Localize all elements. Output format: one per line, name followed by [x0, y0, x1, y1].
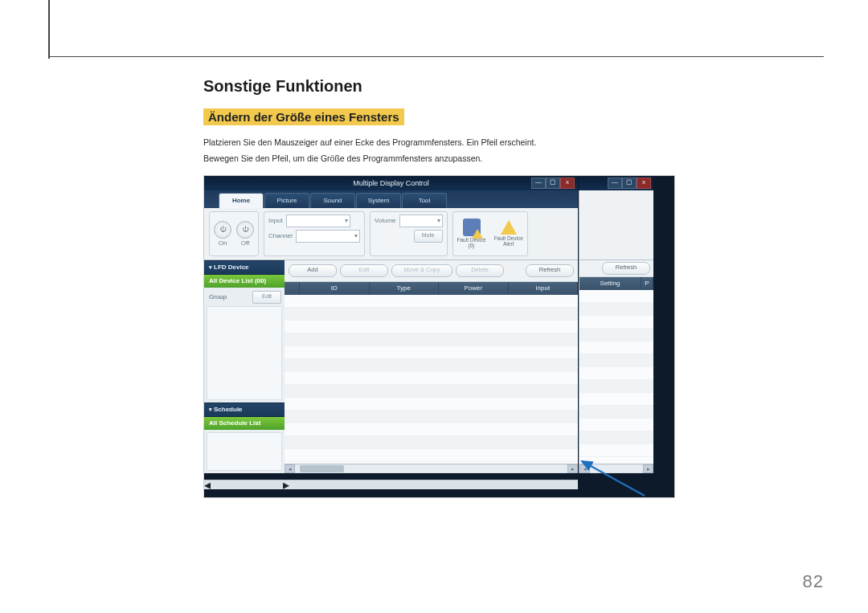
table-row [579, 393, 653, 406]
table-row [579, 341, 653, 354]
scroll-left-arrow-icon[interactable]: ◂ [285, 464, 295, 473]
volume-group: Volume Mute [370, 211, 448, 256]
title-bar: Multiple Display Control — ▢ x [204, 176, 578, 190]
scroll-thumb[interactable] [300, 465, 344, 472]
sidebar-item-all-schedule[interactable]: All Schedule List [204, 417, 285, 430]
sidebar: ▾LFD Device All Device List (00) Group E… [204, 260, 285, 473]
sidebar-head-schedule[interactable]: ▾Schedule [204, 403, 285, 417]
table-row [285, 359, 578, 372]
delete-button[interactable]: Delete [456, 264, 504, 277]
secondary-pane: Refresh Setting P ◂ [579, 190, 653, 473]
main-panel: Add Edit Move & Copy Delete Refresh ID T… [285, 260, 578, 473]
tab-home[interactable]: Home [219, 193, 264, 208]
body-row: ▾LFD Device All Device List (00) Group E… [204, 260, 578, 473]
power-on-button[interactable]: ⏻ [214, 221, 231, 239]
scroll-track[interactable] [590, 465, 643, 472]
table-row [579, 303, 653, 316]
scroll-left-arrow-icon[interactable]: ◂ [204, 477, 211, 492]
group-label: Group [209, 293, 227, 300]
sidebar-group-row: Group Edit [204, 288, 285, 304]
close-button[interactable]: x [560, 178, 575, 189]
scroll-left-arrow-icon[interactable]: ◂ [579, 464, 590, 473]
col-id[interactable]: ID [300, 282, 370, 295]
col-p[interactable]: P [641, 277, 653, 290]
page-left-rule [48, 0, 50, 59]
table-row [285, 295, 578, 308]
power-off-button[interactable]: ⏻ [236, 221, 254, 239]
paragraph-1: Platzieren Sie den Mauszeiger auf einer … [203, 137, 674, 149]
volume-label: Volume [375, 217, 396, 224]
action-row-secondary: Refresh [579, 260, 653, 277]
input-label: Input [268, 217, 283, 224]
table-row [579, 444, 653, 457]
toolbar-secondary [579, 190, 653, 260]
col-setting[interactable]: Setting [579, 277, 641, 290]
refresh-button-2[interactable]: Refresh [602, 262, 650, 275]
tab-system[interactable]: System [356, 193, 401, 208]
maximize-button[interactable]: ▢ [546, 178, 560, 189]
table-row [285, 333, 578, 346]
window-controls-2: — ▢ x [608, 178, 651, 189]
tab-picture[interactable]: Picture [264, 193, 309, 208]
power-group: ⏻ On ⏻ Off [209, 211, 259, 256]
table-row [285, 436, 578, 449]
channel-dropdown[interactable] [296, 230, 360, 243]
scroll-track[interactable] [295, 465, 567, 472]
sidebar-item-all-devices[interactable]: All Device List (00) [204, 275, 285, 288]
screenshot-frame: Multiple Display Control — ▢ x Home Pict… [203, 175, 675, 498]
scroll-right-arrow-icon[interactable]: ▸ [567, 464, 578, 473]
col-power[interactable]: Power [439, 282, 509, 295]
horizontal-scrollbar[interactable]: ◂ ▸ [285, 464, 578, 473]
power-off-label: Off [241, 239, 250, 247]
edit-button[interactable]: Edit [340, 264, 388, 277]
horizontal-scrollbar-2[interactable]: ◂ ▸ [579, 464, 653, 473]
grid-header: ID Type Power Input [285, 282, 578, 295]
input-dropdown[interactable] [286, 215, 350, 227]
minimize-button-2[interactable]: — [608, 178, 622, 189]
fault-group: Fault Device(0) Fault Device Alert [452, 211, 528, 256]
paragraph-2: Bewegen Sie den Pfeil, um die Größe des … [203, 153, 674, 166]
page-number: 82 [803, 571, 824, 592]
chevron-down-icon: ▾ [209, 407, 212, 412]
minimize-button[interactable]: — [531, 178, 546, 189]
add-button[interactable]: Add [289, 264, 337, 277]
action-row: Add Edit Move & Copy Delete Refresh [285, 260, 578, 282]
lower-scrollbar[interactable]: ◂ ▸ [204, 480, 578, 489]
table-row [579, 290, 653, 303]
refresh-button[interactable]: Refresh [526, 264, 574, 277]
volume-dropdown[interactable] [399, 215, 443, 227]
table-row [285, 308, 578, 321]
fault-alert-button[interactable]: Fault Device Alert [494, 220, 523, 247]
tab-tool[interactable]: Tool [402, 193, 447, 208]
scroll-right-arrow-icon[interactable]: ▸ [283, 477, 289, 492]
table-row [579, 367, 653, 380]
sidebar-schedule-label: Schedule [214, 406, 243, 413]
close-button-2[interactable]: x [637, 178, 651, 189]
warning-triangle-icon [501, 220, 517, 235]
maximize-button-2[interactable]: ▢ [622, 178, 637, 189]
col-input[interactable]: Input [509, 282, 579, 295]
group-edit-button[interactable]: Edit [252, 291, 281, 304]
scroll-right-arrow-icon[interactable]: ▸ [643, 464, 653, 473]
sidebar-head-lfd[interactable]: ▾LFD Device [204, 260, 285, 275]
fault-device-button[interactable]: Fault Device(0) [457, 219, 486, 248]
col-check[interactable] [285, 282, 300, 295]
table-row [285, 449, 578, 462]
power-on-label: On [219, 239, 227, 247]
col-type[interactable]: Type [370, 282, 440, 295]
grid-rows [285, 295, 578, 462]
tab-sound[interactable]: Sound [310, 193, 355, 208]
move-copy-button[interactable]: Move & Copy [391, 264, 452, 277]
content-column: Sonstige Funktionen Ändern der Größe ein… [203, 77, 674, 498]
toolbar: ⏻ On ⏻ Off Input Channel [204, 208, 578, 260]
table-row [285, 321, 578, 333]
table-row [579, 329, 653, 341]
app-window: Multiple Display Control — ▢ x Home Pict… [204, 176, 578, 473]
group-tree-panel [207, 306, 282, 400]
tab-bar: Home Picture Sound System Tool [204, 190, 578, 208]
window-title: Multiple Display Control [353, 179, 429, 187]
mute-button[interactable]: Mute [414, 230, 443, 243]
table-row [285, 385, 578, 398]
grid-secondary: ◂ ▸ [579, 290, 653, 473]
device-grid: ID Type Power Input [285, 282, 578, 473]
